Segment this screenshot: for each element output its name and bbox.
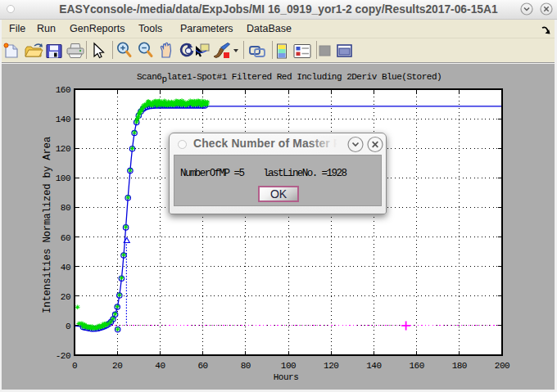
svg-text:160: 160 [56, 85, 70, 95]
svg-text:20: 20 [112, 361, 122, 371]
svg-text:60: 60 [61, 233, 70, 243]
svg-text:140: 140 [56, 115, 70, 124]
svg-text:180: 180 [452, 361, 467, 371]
svg-text:0: 0 [66, 322, 70, 331]
svg-text:160: 160 [409, 361, 423, 371]
svg-text:Intensities Normalized by Area: Intensities Normalized by Area [42, 136, 53, 313]
svg-text:80: 80 [61, 203, 70, 213]
svg-text:120: 120 [324, 361, 338, 371]
svg-text:-20: -20 [56, 351, 70, 361]
svg-text:Hours: Hours [274, 372, 299, 382]
svg-text:20: 20 [61, 292, 70, 302]
svg-text:200: 200 [495, 361, 509, 371]
svg-text:120: 120 [56, 144, 70, 154]
svg-text:80: 80 [241, 361, 251, 371]
svg-text:40: 40 [155, 361, 165, 371]
svg-text:40: 40 [61, 263, 70, 273]
svg-text:0: 0 [72, 361, 77, 371]
svg-text:60: 60 [197, 361, 207, 371]
svg-text:100: 100 [281, 361, 296, 371]
svg-text:100: 100 [56, 173, 70, 183]
svg-text:140: 140 [366, 361, 381, 371]
